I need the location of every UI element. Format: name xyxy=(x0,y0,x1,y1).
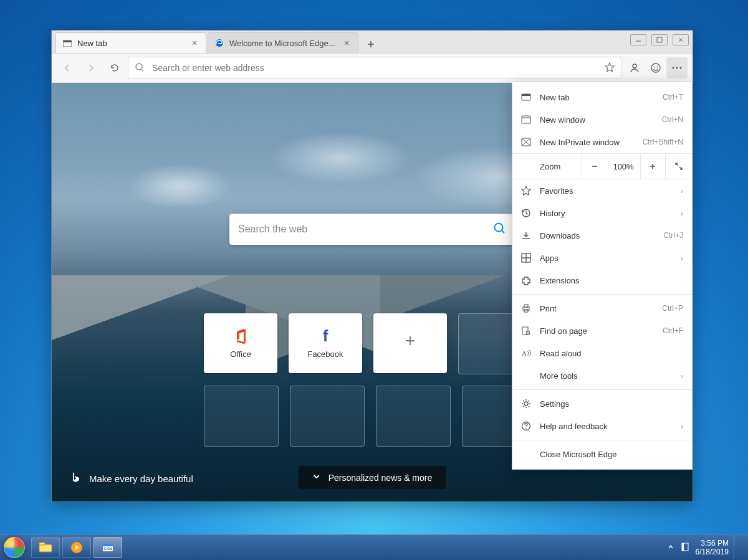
tile-office[interactable]: Office xyxy=(204,313,277,373)
tab-strip: New tab × Welcome to Microsoft Edge Can…… xyxy=(52,31,693,54)
maximize-button[interactable] xyxy=(651,34,668,45)
svg-point-10 xyxy=(676,67,678,69)
system-tray: 3:56 PM 6/18/2019 xyxy=(667,539,729,556)
minimize-button[interactable] xyxy=(630,34,646,45)
tile-empty[interactable] xyxy=(204,386,279,447)
svg-point-8 xyxy=(657,67,658,68)
menu-item-history[interactable]: History› xyxy=(512,202,692,224)
toolbar xyxy=(52,54,693,83)
menu-label: New tab xyxy=(540,93,654,102)
menu-label: Read aloud xyxy=(540,349,683,358)
close-window-button[interactable] xyxy=(673,34,689,45)
menu-item-extensions[interactable]: Extensions xyxy=(512,269,692,292)
app-menu: New tabCtrl+TNew windowCtrl+NNew InPriva… xyxy=(512,82,693,470)
menu-item-more-tools[interactable]: More tools› xyxy=(512,364,692,387)
menu-label: Help and feedback xyxy=(540,422,672,431)
bing-icon xyxy=(70,471,82,486)
find-icon xyxy=(521,326,531,336)
show-desktop-button[interactable] xyxy=(734,535,742,560)
menu-label: New window xyxy=(540,115,653,125)
search-icon[interactable] xyxy=(492,221,506,238)
ntp-search-box[interactable]: Search the web xyxy=(229,214,515,245)
speed-dial-tiles: Office f Facebook xyxy=(204,313,540,458)
close-tab-icon[interactable]: × xyxy=(189,38,199,48)
menu-item-read-aloud[interactable]: ARead aloud xyxy=(512,342,692,364)
blank-icon xyxy=(521,371,531,381)
menu-item-favorites[interactable]: Favorites› xyxy=(512,179,692,202)
address-bar[interactable] xyxy=(128,57,621,79)
menu-label: Settings xyxy=(540,399,683,409)
window-controls xyxy=(630,34,689,45)
favorite-star-icon[interactable] xyxy=(605,62,615,74)
refresh-button[interactable] xyxy=(104,57,125,78)
svg-point-5 xyxy=(633,64,636,68)
tab-new-tab[interactable]: New tab × xyxy=(55,32,206,53)
svg-point-9 xyxy=(673,67,674,69)
newtab-icon xyxy=(521,92,531,102)
svg-point-7 xyxy=(654,67,655,68)
menu-item-apps[interactable]: Apps› xyxy=(512,247,692,269)
zoom-label: Zoom xyxy=(540,162,582,171)
print-icon xyxy=(521,303,531,313)
menu-label: Print xyxy=(540,304,653,313)
address-input[interactable] xyxy=(151,62,598,74)
tile-facebook[interactable]: f Facebook xyxy=(289,313,362,373)
tile-empty[interactable] xyxy=(376,386,451,447)
zoom-value: 100% xyxy=(607,162,640,171)
menu-label: More tools xyxy=(540,371,672,381)
svg-point-4 xyxy=(136,64,142,70)
menu-close-edge[interactable]: Close Microsoft Edge xyxy=(512,443,692,465)
menu-item-find-on-page[interactable]: Find on pageCtrl+F xyxy=(512,320,692,342)
menu-item-settings[interactable]: Settings xyxy=(512,392,692,415)
zoom-out-button[interactable] xyxy=(582,154,607,179)
start-button[interactable] xyxy=(0,535,29,560)
new-tab-button[interactable] xyxy=(362,36,380,53)
menu-item-print[interactable]: PrintCtrl+P xyxy=(512,297,692,320)
svg-text:CAN: CAN xyxy=(104,547,112,551)
slogan-text: Make every day beautiful xyxy=(89,473,193,484)
svg-rect-14 xyxy=(522,94,530,96)
bing-slogan[interactable]: Make every day beautiful xyxy=(70,471,193,486)
taskbar-clock[interactable]: 3:56 PM 6/18/2019 xyxy=(696,539,729,556)
facebook-icon: f xyxy=(317,328,333,344)
svg-rect-1 xyxy=(63,40,72,42)
personalized-news-button[interactable]: Personalized news & more xyxy=(299,466,446,489)
menu-item-new-window[interactable]: New windowCtrl+N xyxy=(512,108,692,131)
taskbar-edge-canary[interactable]: CAN xyxy=(94,537,122,558)
chevron-right-icon: › xyxy=(681,422,683,431)
feedback-smiley-button[interactable] xyxy=(645,57,666,78)
back-button[interactable] xyxy=(57,57,78,78)
tile-label: Office xyxy=(230,349,251,359)
tab-welcome[interactable]: Welcome to Microsoft Edge Can… × xyxy=(208,32,358,53)
menu-label: Extensions xyxy=(540,276,683,285)
menu-label: Find on page xyxy=(540,326,654,336)
zoom-in-button[interactable] xyxy=(640,154,665,179)
tile-empty[interactable] xyxy=(290,386,365,447)
history-icon xyxy=(521,208,531,218)
tab-title: Welcome to Microsoft Edge Can… xyxy=(229,39,337,48)
menu-label: History xyxy=(540,209,672,218)
taskbar-media-player[interactable] xyxy=(62,537,91,558)
forward-button[interactable] xyxy=(80,57,102,78)
edge-icon xyxy=(214,38,224,48)
plus-icon xyxy=(402,333,418,349)
profile-button[interactable] xyxy=(624,57,645,78)
svg-point-12 xyxy=(495,223,503,231)
tile-add[interactable] xyxy=(373,313,447,373)
menu-zoom-row: Zoom 100% xyxy=(512,153,692,179)
action-center-icon[interactable] xyxy=(681,543,689,553)
menu-item-help-and-feedback[interactable]: Help and feedback› xyxy=(512,415,692,437)
svg-point-27 xyxy=(525,428,527,429)
taskbar-explorer[interactable] xyxy=(31,537,60,558)
svg-point-11 xyxy=(680,67,682,69)
menu-item-new-inprivate-window[interactable]: New InPrivate windowCtrl+Shift+N xyxy=(512,131,692,153)
settings-menu-button[interactable] xyxy=(666,57,688,78)
tray-chevron-icon[interactable] xyxy=(667,543,674,553)
fullscreen-button[interactable] xyxy=(665,154,692,179)
menu-item-new-tab[interactable]: New tabCtrl+T xyxy=(512,86,692,108)
personalized-news-label: Personalized news & more xyxy=(328,473,433,483)
inprivate-icon xyxy=(521,137,531,147)
menu-item-downloads[interactable]: DownloadsCtrl+J xyxy=(512,224,692,247)
close-tab-icon[interactable]: × xyxy=(342,38,352,48)
menu-label: Close Microsoft Edge xyxy=(540,450,683,459)
